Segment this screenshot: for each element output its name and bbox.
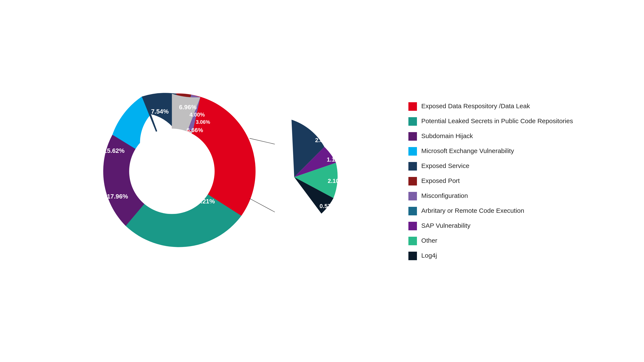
legend-color-6 [408, 192, 417, 200]
legend-label-7: Arbritary or Remote Code Execution [421, 206, 524, 215]
legend-label-5: Exposed Port [421, 177, 460, 185]
legend-item-10: Log4j [408, 251, 573, 260]
legend-color-8 [408, 222, 417, 230]
legend-item-6: Misconfiguration [408, 191, 573, 200]
label-exposed-data-repo: 38.21% [194, 198, 215, 205]
connector-line-bottom [250, 199, 275, 212]
legend-item-1: Potential Leaked Secrets in Public Code … [408, 117, 573, 126]
legend-color-3 [408, 147, 417, 156]
exploded-label-log4j: 0.57% [320, 203, 336, 209]
chart-container: 38.21% 17.96% 15.62% 7.54% 6.96% 4.00% 3… [0, 0, 644, 362]
legend-label-4: Exposed Service [421, 162, 469, 170]
exploded-label-exposed-service: 2.87% [315, 137, 332, 143]
legend-item-4: Exposed Service [408, 162, 573, 171]
exploded-label-sap: 1.12% [327, 156, 343, 163]
legend-item-8: SAP Vulnerability [408, 221, 573, 230]
legend-color-2 [408, 132, 417, 141]
legend-color-9 [408, 237, 417, 245]
label-subdomain-hijack: 15.62% [104, 147, 125, 154]
legend-item-3: Microsoft Exchange Vulnerability [408, 147, 573, 156]
legend-item-2: Subdomain Hijack [408, 132, 573, 141]
legend-label-9: Other [421, 236, 437, 245]
legend-color-7 [408, 207, 417, 215]
label-ms-exchange: 7.54% [151, 108, 169, 115]
legend-color-0 [408, 102, 417, 111]
legend-area: Exposed Data Respository /Data Leak Pote… [408, 102, 573, 260]
legend-color-1 [408, 117, 417, 126]
legend-item-0: Exposed Data Respository /Data Leak [408, 102, 573, 111]
legend-item-5: Exposed Port [408, 177, 573, 185]
legend-label-3: Microsoft Exchange Vulnerability [421, 147, 514, 155]
legend-item-7: Arbritary or Remote Code Execution [408, 206, 573, 215]
legend-color-10 [408, 252, 417, 260]
legend-label-1: Potential Leaked Secrets in Public Code … [421, 117, 573, 125]
legend-color-4 [408, 162, 417, 171]
label-other-gray: 6.66% [187, 127, 203, 133]
label-exposed-service: 6.96% [179, 104, 197, 111]
label-misconfiguration: 3.06% [196, 119, 210, 125]
label-exposed-port: 4.00% [190, 112, 205, 118]
connector-line-top [250, 138, 275, 144]
legend-item-9: Other [408, 236, 573, 245]
legend-color-5 [408, 177, 417, 185]
legend-label-6: Misconfiguration [421, 191, 468, 200]
legend-label-10: Log4j [421, 251, 437, 260]
legend-label-2: Subdomain Hijack [421, 132, 473, 140]
legend-label-8: SAP Vulnerability [421, 221, 470, 230]
label-potential-leaked: 17.96% [107, 193, 128, 200]
legend-label-0: Exposed Data Respository /Data Leak [421, 102, 530, 110]
donut-chart: 38.21% 17.96% 15.62% 7.54% 6.96% 4.00% 3… [71, 74, 370, 288]
exploded-label-other: 2.10% [328, 178, 344, 184]
